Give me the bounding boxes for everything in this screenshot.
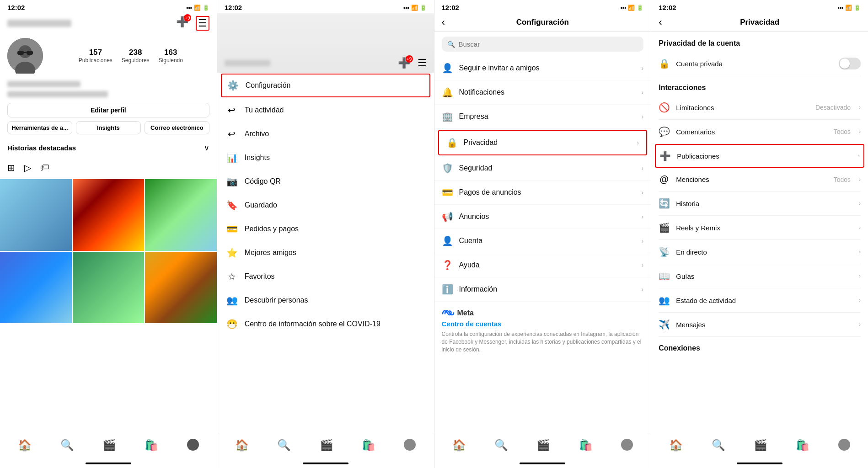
privacy-item-historia[interactable]: 🔄 Historia › — [659, 191, 861, 216]
search-nav-3[interactable]: 🔍 — [494, 439, 508, 452]
reels-nav-icon[interactable]: 🎬 — [102, 439, 116, 452]
photo-2[interactable] — [73, 179, 145, 251]
privacy-item-publicaciones[interactable]: ➕ Publicaciones › — [655, 144, 864, 168]
menu-item-favoritos[interactable]: ☆ Favoritos — [217, 265, 434, 288]
reels-nav-3[interactable]: 🎬 — [536, 439, 550, 452]
menu-item-pedidos[interactable]: 💳 Pedidos y pagos — [217, 217, 434, 241]
meta-logo-svg — [442, 309, 455, 317]
config-item-ayuda[interactable]: ❓ Ayuda › — [434, 253, 651, 277]
info-icon: ℹ️ — [442, 284, 453, 295]
meta-link[interactable]: Centro de cuentas — [442, 320, 644, 328]
search-nav-icon[interactable]: 🔍 — [60, 439, 74, 452]
shop-nav-icon[interactable]: 🛍️ — [145, 439, 158, 452]
home-indicator-2 — [303, 463, 348, 464]
email-button[interactable]: Correo electrónico — [145, 121, 209, 134]
actividad-label: Estado de actividad — [676, 297, 851, 304]
meta-logo: Meta — [442, 309, 644, 317]
privacy-item-limitaciones[interactable]: 🚫 Limitaciones Desactivado › — [659, 96, 861, 120]
privacy-item-directo[interactable]: 📡 En directo › — [659, 240, 861, 264]
arrow-icon-cuenta: › — [642, 237, 644, 245]
home-nav-4[interactable]: 🏠 — [669, 439, 683, 452]
menu-item-qr[interactable]: 📷 Código QR — [217, 170, 434, 193]
shop-nav-2[interactable]: 🛍️ — [362, 439, 375, 452]
publicaciones-label: Publicaciones — [677, 152, 850, 160]
photo-3[interactable] — [145, 179, 217, 251]
photo-1[interactable] — [0, 179, 72, 251]
config-item-anuncios[interactable]: 📢 Anuncios › — [434, 205, 651, 229]
menu-item-descubrir[interactable]: 👥 Descubrir personas — [217, 288, 434, 312]
reels-icon: 🎬 — [659, 222, 670, 233]
search-bar[interactable]: 🔍 — [442, 37, 644, 52]
privacy-item-cuenta-privada[interactable]: 🔒 Cuenta privada — [659, 51, 861, 76]
tools-button[interactable]: Herramientas de a... — [7, 121, 72, 134]
config-item-info[interactable]: ℹ️ Información › — [434, 277, 651, 302]
cuenta-privada-toggle[interactable] — [839, 58, 861, 69]
play-tab-icon[interactable]: ▷ — [24, 162, 31, 175]
security-icon: 🛡️ — [442, 163, 453, 174]
home-nav-2[interactable]: 🏠 — [235, 439, 249, 452]
edit-profile-button[interactable]: Editar perfil — [7, 103, 209, 117]
menu-item-amigos[interactable]: ⭐ Mejores amigos — [217, 241, 434, 265]
plus-icon-2[interactable]: ➕ +9 — [398, 57, 410, 69]
privacy-item-actividad[interactable]: 👥 Estado de actividad › — [659, 288, 861, 313]
reels-nav-4[interactable]: 🎬 — [754, 439, 767, 452]
photo-6[interactable] — [145, 252, 217, 324]
hamburger-button[interactable]: ☰ — [196, 16, 209, 31]
limitaciones-label: Limitaciones — [676, 104, 809, 112]
status-icons-3: ▪▪▪ 📶 🔋 — [620, 5, 643, 11]
menu-item-covid[interactable]: 😷 Centro de información sobre el COVID-1… — [217, 312, 434, 336]
home-nav-icon[interactable]: 🏠 — [18, 439, 32, 452]
profile-nav-2[interactable] — [404, 439, 416, 451]
grid-tab-icon[interactable]: ⊞ — [7, 162, 15, 175]
menu-item-archivo[interactable]: ↩ Archivo — [217, 122, 434, 146]
configuracion-title: Configuración — [516, 18, 569, 27]
status-icons-2: ▪▪▪ 📶 🔋 — [403, 5, 427, 11]
shop-nav-3[interactable]: 🛍️ — [579, 439, 593, 452]
followers-count: 238 — [129, 48, 142, 57]
privacy-item-menciones[interactable]: @ Menciones Todos › — [659, 168, 861, 191]
menu-label-covid: Centro de información sobre el COVID-19 — [245, 320, 380, 328]
favorites-icon: ☆ — [226, 271, 237, 282]
following-label: Siguiendo — [159, 57, 183, 64]
config-item-seguir[interactable]: 👤 Seguir e invitar a amigos › — [434, 56, 651, 80]
photo-4[interactable] — [0, 252, 72, 324]
menu-label-pedidos: Pedidos y pagos — [245, 225, 299, 233]
menu-item-insights[interactable]: 📊 Insights — [217, 146, 434, 170]
privacy-item-reels[interactable]: 🎬 Reels y Remix › — [659, 216, 861, 240]
profile-nav-3[interactable] — [621, 439, 633, 451]
activity-icon: ↩ — [226, 105, 237, 116]
configuracion-nav-header: ‹ Configuración — [434, 13, 651, 32]
hamburger-icon-2[interactable]: ☰ — [418, 57, 427, 69]
menu-item-guardado[interactable]: 🔖 Guardado — [217, 193, 434, 217]
config-item-pagos[interactable]: 💳 Pagos de anuncios › — [434, 181, 651, 205]
insights-button[interactable]: Insights — [76, 121, 141, 134]
home-nav-3[interactable]: 🏠 — [452, 439, 466, 452]
privacy-item-guias[interactable]: 📖 Guías › — [659, 264, 861, 288]
search-nav-2[interactable]: 🔍 — [277, 439, 291, 452]
config-item-notif[interactable]: 🔔 Notificaciones › — [434, 80, 651, 105]
qr-icon: 📷 — [226, 176, 237, 187]
notification-badge[interactable]: ➕ +9 — [176, 16, 188, 31]
historia-label: Historia — [676, 200, 851, 207]
profile-nav-avatar[interactable] — [187, 439, 199, 451]
privacy-item-comentarios[interactable]: 💬 Comentarios Todos › — [659, 120, 861, 144]
shop-nav-4[interactable]: 🛍️ — [796, 439, 809, 452]
tag-tab-icon[interactable]: 🏷 — [40, 162, 49, 175]
config-item-empresa[interactable]: 🏢 Empresa › — [434, 105, 651, 129]
config-item-privacidad[interactable]: 🔒 Privacidad › — [438, 130, 648, 155]
menu-item-configuracion[interactable]: ⚙️ Configuración — [221, 74, 430, 97]
config-item-seguridad[interactable]: 🛡️ Seguridad › — [434, 156, 651, 181]
search-input[interactable] — [459, 40, 638, 48]
chevron-down-icon[interactable]: ∨ — [204, 144, 209, 152]
back-button-3[interactable]: ‹ — [442, 16, 445, 28]
search-nav-4[interactable]: 🔍 — [712, 439, 725, 452]
menu-item-actividad[interactable]: ↩ Tu actividad — [217, 98, 434, 122]
photo-5[interactable] — [73, 252, 145, 324]
privacy-item-mensajes[interactable]: ✈️ Mensajes › — [659, 313, 861, 337]
profile-nav-4[interactable] — [838, 439, 850, 451]
config-item-cuenta[interactable]: 👤 Cuenta › — [434, 229, 651, 253]
back-button-4[interactable]: ‹ — [659, 16, 662, 28]
reels-nav-2[interactable]: 🎬 — [320, 439, 333, 452]
config-label-seguridad: Seguridad — [459, 164, 635, 172]
bio-blurred — [7, 91, 108, 97]
